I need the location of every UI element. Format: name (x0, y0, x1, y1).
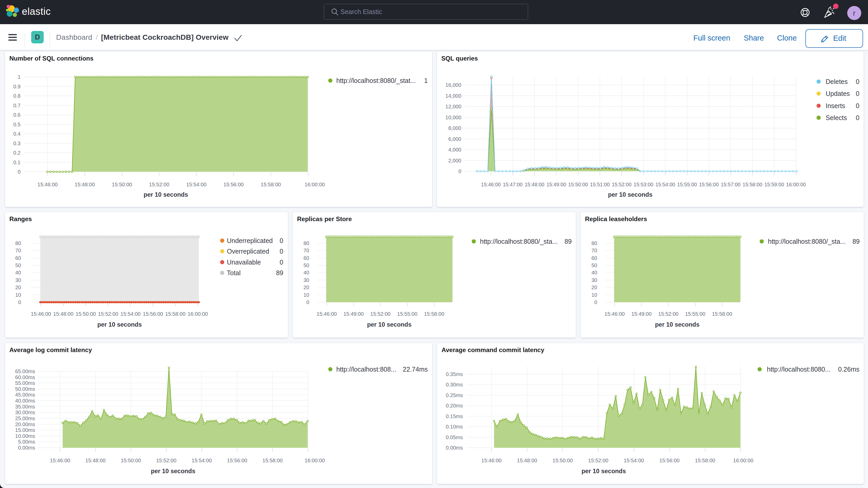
svg-text:Overreplicated: Overreplicated (227, 248, 269, 255)
svg-text:30: 30 (304, 277, 309, 283)
svg-text:8,000: 8,000 (448, 125, 461, 131)
svg-text:http://localhost:8080/_stat...: http://localhost:8080/_stat... (336, 77, 416, 84)
svg-text:15:52:00: 15:52:00 (149, 182, 169, 187)
svg-text:15:49:00: 15:49:00 (343, 311, 364, 317)
svg-text:per 10 seconds: per 10 seconds (581, 468, 626, 475)
svg-text:16:00:00: 16:00:00 (305, 458, 325, 463)
svg-text:15:56:00: 15:56:00 (659, 458, 680, 463)
svg-text:0.05ms: 0.05ms (446, 434, 463, 440)
svg-text:40: 40 (304, 270, 309, 275)
svg-text:15:52:00: 15:52:00 (588, 458, 609, 463)
svg-text:89: 89 (564, 238, 572, 245)
svg-text:15:50:00: 15:50:00 (568, 182, 588, 187)
svg-text:60: 60 (16, 255, 21, 261)
svg-text:10.00ms: 10.00ms (15, 433, 35, 439)
svg-text:0.26ms: 0.26ms (838, 366, 860, 373)
svg-text:0: 0 (458, 169, 461, 174)
svg-text:0.25ms: 0.25ms (446, 392, 463, 398)
svg-text:0.15ms: 0.15ms (446, 414, 463, 419)
svg-text:0: 0 (280, 258, 283, 266)
svg-text:70: 70 (304, 248, 309, 253)
svg-text:50: 50 (16, 263, 21, 268)
svg-text:80: 80 (16, 240, 21, 246)
svg-text:15:50:00: 15:50:00 (112, 182, 132, 187)
svg-text:15:46:00: 15:46:00 (604, 311, 625, 317)
svg-text:16:00:00: 16:00:00 (188, 311, 208, 317)
svg-text:15:58:00: 15:58:00 (424, 311, 444, 317)
svg-text:Selects: Selects (826, 114, 847, 121)
svg-text:16:00:00: 16:00:00 (305, 182, 325, 187)
svg-text:15:48:00: 15:48:00 (74, 182, 95, 187)
svg-text:12,000: 12,000 (445, 104, 461, 110)
svg-text:15.00ms: 15.00ms (15, 427, 35, 433)
svg-text:Inserts: Inserts (826, 102, 845, 110)
svg-text:http://localhost:8080/_sta...: http://localhost:8080/_sta... (480, 238, 558, 245)
svg-text:0.30ms: 0.30ms (446, 382, 463, 388)
svg-text:15:58:00: 15:58:00 (165, 311, 186, 317)
svg-text:20: 20 (304, 284, 309, 290)
svg-text:Total: Total (227, 269, 241, 276)
svg-text:0.8: 0.8 (13, 93, 21, 99)
svg-text:40: 40 (591, 270, 597, 275)
svg-text:Deletes: Deletes (826, 78, 848, 85)
svg-text:14,000: 14,000 (445, 93, 461, 99)
svg-text:0.2: 0.2 (13, 150, 21, 156)
svg-text:15:54:00: 15:54:00 (186, 182, 207, 187)
svg-text:20: 20 (16, 284, 21, 290)
svg-text:15:50:00: 15:50:00 (553, 458, 573, 463)
svg-text:25.00ms: 25.00ms (15, 416, 35, 421)
svg-text:1: 1 (424, 77, 428, 84)
svg-text:http://localhost:8080/_sta...: http://localhost:8080/_sta... (768, 238, 846, 245)
svg-text:50: 50 (304, 263, 309, 268)
svg-text:0.35ms: 0.35ms (446, 371, 463, 377)
svg-text:15:56:00: 15:56:00 (223, 182, 244, 187)
svg-text:10: 10 (591, 292, 597, 298)
svg-text:r: r (853, 9, 856, 17)
svg-text:5.00ms: 5.00ms (18, 439, 35, 445)
svg-text:30: 30 (16, 277, 21, 283)
svg-text:50: 50 (591, 263, 597, 268)
svg-text:15:54:00: 15:54:00 (624, 458, 644, 463)
svg-text:15:46:00: 15:46:00 (481, 182, 501, 187)
svg-text:50.00ms: 50.00ms (15, 386, 35, 392)
svg-text:80: 80 (304, 240, 309, 246)
svg-text:15:56:00: 15:56:00 (227, 458, 247, 463)
svg-text:per 10 seconds: per 10 seconds (97, 321, 142, 328)
svg-text:0.3: 0.3 (13, 141, 21, 146)
svg-text:Underreplicated: Underreplicated (227, 237, 273, 244)
svg-text:15:46:00: 15:46:00 (316, 311, 337, 317)
svg-text:0.20ms: 0.20ms (446, 403, 463, 408)
svg-text:55.00ms: 55.00ms (15, 380, 35, 386)
svg-text:elastic: elastic (22, 6, 51, 17)
svg-text:0: 0 (856, 114, 860, 121)
svg-text:15:55:00: 15:55:00 (397, 311, 417, 317)
svg-text:30: 30 (591, 277, 597, 283)
svg-text:15:48:00: 15:48:00 (53, 311, 73, 317)
svg-text:4,000: 4,000 (448, 147, 461, 153)
svg-text:15:52:00: 15:52:00 (156, 458, 177, 463)
svg-text:0.5: 0.5 (13, 122, 21, 127)
svg-text:15:51:00: 15:51:00 (590, 182, 610, 187)
svg-text:0.6: 0.6 (13, 112, 21, 118)
svg-text:15:54:00: 15:54:00 (655, 182, 675, 187)
svg-text:15:58:00: 15:58:00 (712, 311, 732, 317)
svg-text:0: 0 (280, 237, 283, 244)
svg-text:45.00ms: 45.00ms (15, 392, 35, 398)
svg-text:16,000: 16,000 (445, 82, 461, 88)
svg-text:15:56:00: 15:56:00 (143, 311, 163, 317)
svg-text:15:50:00: 15:50:00 (75, 311, 96, 317)
svg-text:15:46:00: 15:46:00 (31, 311, 51, 317)
svg-text:http://localhost:8080...: http://localhost:8080... (767, 366, 831, 373)
svg-text:0: 0 (856, 78, 860, 85)
svg-text:15:58:00: 15:58:00 (742, 182, 762, 187)
svg-text:80: 80 (591, 240, 597, 246)
svg-text:15:55:00: 15:55:00 (685, 311, 705, 317)
svg-text:70: 70 (16, 248, 21, 253)
svg-text:15:46:00: 15:46:00 (37, 182, 58, 187)
svg-text:35.00ms: 35.00ms (15, 404, 35, 409)
svg-text:60: 60 (304, 255, 309, 261)
svg-text:Unavailable: Unavailable (227, 258, 261, 266)
svg-text:15:57:00: 15:57:00 (721, 182, 740, 187)
svg-text:0.1: 0.1 (13, 159, 21, 165)
svg-text:15:49:00: 15:49:00 (547, 182, 566, 187)
